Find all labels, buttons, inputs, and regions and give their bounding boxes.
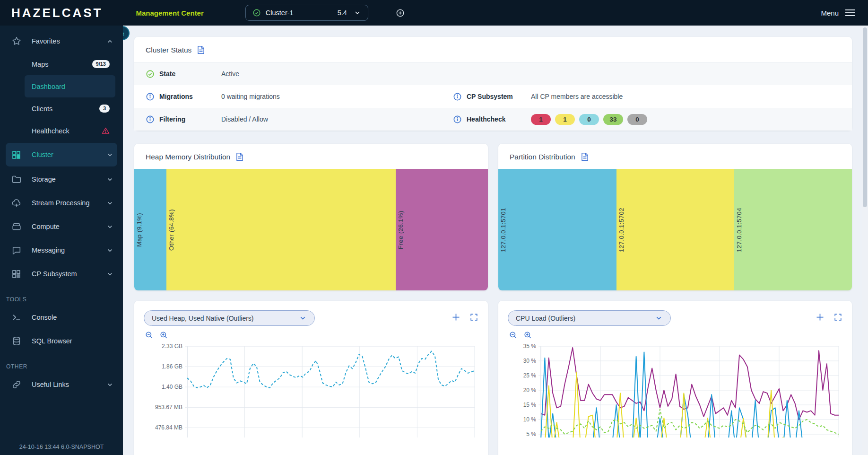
metric-select-value: Used Heap, Used Native (Outliers) bbox=[152, 315, 254, 322]
sidebar-item-label: Storage bbox=[32, 175, 96, 183]
sidebar-item-maps[interactable]: Maps 9/13 bbox=[25, 53, 115, 75]
metric-select-value: CPU Load (Outliers) bbox=[516, 315, 575, 322]
fullscreen-icon[interactable] bbox=[833, 313, 842, 322]
status-row-state: State Active bbox=[134, 62, 852, 85]
sidebar-item-clients[interactable]: Clients 3 bbox=[25, 97, 115, 120]
cp-subsystem-label: CP Subsystem bbox=[467, 93, 513, 100]
hamburger-icon[interactable] bbox=[844, 8, 856, 18]
product-title: Management Center bbox=[136, 9, 203, 17]
sidebar-section-favorites[interactable]: Favorites bbox=[0, 29, 123, 53]
zoom-in-icon[interactable] bbox=[523, 331, 532, 340]
svg-text:25 %: 25 % bbox=[523, 372, 537, 379]
build-version-text: 24-10-16 13:44 6.0-SNAPSHOT bbox=[0, 444, 123, 450]
sidebar-item-label: Cluster bbox=[32, 151, 96, 158]
svg-text:1.86 GB: 1.86 GB bbox=[162, 363, 182, 370]
cluster-status-card: Cluster Status State Active Migrations 0 bbox=[134, 37, 852, 131]
healthcheck-badge: 0 bbox=[627, 114, 647, 125]
chevron-up-icon bbox=[106, 38, 113, 45]
add-cluster-button[interactable] bbox=[396, 9, 405, 18]
sidebar-item-compute[interactable]: Compute bbox=[0, 215, 123, 238]
segment-label: Free (26.1%) bbox=[397, 210, 404, 249]
database-icon bbox=[11, 336, 22, 346]
docs-icon[interactable] bbox=[236, 152, 243, 161]
chevron-down-icon bbox=[106, 247, 113, 254]
metric-select[interactable]: CPU Load (Outliers) bbox=[508, 310, 671, 326]
docs-icon[interactable] bbox=[581, 152, 589, 161]
svg-text:476.84 MB: 476.84 MB bbox=[155, 424, 182, 431]
cluster-connected-icon bbox=[252, 9, 261, 17]
distribution-segment: Other (64.8%) bbox=[166, 169, 396, 290]
card-title: Cluster Status bbox=[146, 46, 191, 54]
scrollbar-thumb[interactable] bbox=[863, 27, 867, 207]
svg-text:953.67 MB: 953.67 MB bbox=[155, 404, 182, 411]
zoom-out-icon[interactable] bbox=[145, 331, 154, 340]
chevron-down-icon bbox=[106, 223, 113, 230]
sidebar-section-label: Favorites bbox=[32, 37, 96, 45]
healthcheck-badges: 110330 bbox=[531, 114, 852, 125]
warning-triangle-icon bbox=[102, 127, 110, 135]
chevron-down-icon bbox=[106, 200, 113, 207]
filtering-label: Filtering bbox=[159, 115, 185, 123]
zoom-in-icon[interactable] bbox=[159, 331, 168, 340]
hazelcast-logo: HAZELCAST bbox=[11, 6, 103, 20]
partition-distribution-chart: 127.0.0.1:5701127.0.0.1:5702127.0.0.1:57… bbox=[498, 169, 852, 290]
sidebar-item-dashboard[interactable]: Dashboard bbox=[25, 75, 115, 97]
sidebar-item-label: Clients bbox=[32, 105, 95, 113]
folder-icon bbox=[11, 174, 22, 184]
heap-memory-distribution-card: Heap Memory Distribution Map (9.1%)Other… bbox=[134, 144, 488, 290]
sidebar-item-stream-processing[interactable]: Stream Processing bbox=[0, 191, 123, 215]
zoom-out-icon[interactable] bbox=[509, 331, 518, 340]
distribution-segment: 127.0.0.1:5704 bbox=[734, 169, 852, 290]
menu-button-label[interactable]: Menu bbox=[821, 9, 839, 17]
add-chart-button[interactable] bbox=[815, 312, 825, 322]
sidebar-collapse-button[interactable]: « bbox=[123, 26, 130, 40]
sidebar-item-label: Messaging bbox=[32, 246, 96, 254]
sidebar-item-storage[interactable]: Storage bbox=[0, 167, 123, 191]
add-chart-button[interactable] bbox=[451, 312, 461, 322]
sidebar-item-console[interactable]: Console bbox=[0, 306, 123, 329]
svg-text:30 %: 30 % bbox=[523, 358, 537, 364]
sidebar-item-label: Maps bbox=[32, 61, 87, 68]
cluster-selector[interactable]: Cluster-1 5.4 bbox=[245, 5, 368, 21]
cp-grid-icon bbox=[11, 269, 22, 279]
sidebar-item-label: Useful Links bbox=[32, 381, 96, 388]
sidebar-item-messaging[interactable]: Messaging bbox=[0, 238, 123, 262]
metric-select[interactable]: Used Heap, Used Native (Outliers) bbox=[144, 310, 315, 326]
sidebar-item-useful-links[interactable]: Useful Links bbox=[0, 373, 123, 396]
other-section-label: OTHER bbox=[0, 353, 123, 373]
state-label: State bbox=[159, 70, 175, 78]
card-title: Heap Memory Distribution bbox=[146, 153, 230, 161]
svg-text:2.33 GB: 2.33 GB bbox=[162, 343, 182, 350]
cluster-name: Cluster-1 bbox=[266, 9, 333, 17]
heap-line-chart: 2.33 GB1.86 GB1.40 GB953.67 MB476.84 MB bbox=[144, 341, 478, 439]
cloud-stream-icon bbox=[11, 198, 22, 208]
cpu-metrics-card: CPU Load (Outliers) bbox=[498, 301, 852, 455]
cpu-line-chart: 35 %30 %25 %20 %15 %10 %5 % bbox=[508, 341, 842, 439]
healthcheck-badge: 1 bbox=[531, 114, 551, 125]
cp-subsystem-value: All CP members are accessible bbox=[531, 93, 852, 100]
sidebar-item-sql-browser[interactable]: SQL Browser bbox=[0, 329, 123, 353]
cluster-grid-icon bbox=[11, 149, 22, 160]
segment-label: Other (64.8%) bbox=[168, 209, 175, 250]
svg-text:15 %: 15 % bbox=[523, 402, 537, 408]
partition-distribution-card: Partition Distribution 127.0.0.1:5701127… bbox=[498, 144, 852, 290]
compute-box-icon bbox=[11, 221, 22, 232]
top-bar: HAZELCAST Management Center Cluster-1 5.… bbox=[0, 0, 868, 26]
sidebar-item-label: Compute bbox=[32, 223, 96, 230]
clients-count-badge: 3 bbox=[99, 105, 110, 113]
distribution-segment: Map (9.1%) bbox=[134, 169, 166, 290]
sidebar-item-label: CP Subsystem bbox=[32, 270, 96, 278]
sidebar-item-label: Console bbox=[32, 314, 113, 321]
docs-icon[interactable] bbox=[197, 45, 205, 54]
svg-text:10 %: 10 % bbox=[523, 416, 537, 423]
page-scrollbar[interactable] bbox=[862, 26, 868, 455]
fullscreen-icon[interactable] bbox=[469, 313, 478, 322]
chevron-down-icon bbox=[354, 9, 361, 17]
sidebar-item-healthcheck[interactable]: Healthcheck bbox=[25, 120, 115, 142]
sidebar-item-cp-subsystem[interactable]: CP Subsystem bbox=[0, 262, 123, 286]
healthcheck-label: Healthcheck bbox=[467, 115, 505, 123]
svg-text:20 %: 20 % bbox=[523, 387, 537, 394]
link-icon bbox=[11, 379, 22, 390]
sidebar-item-cluster[interactable]: Cluster bbox=[6, 143, 117, 166]
sidebar: Favorites Maps 9/13 Dashboard Clients 3 … bbox=[0, 26, 123, 455]
